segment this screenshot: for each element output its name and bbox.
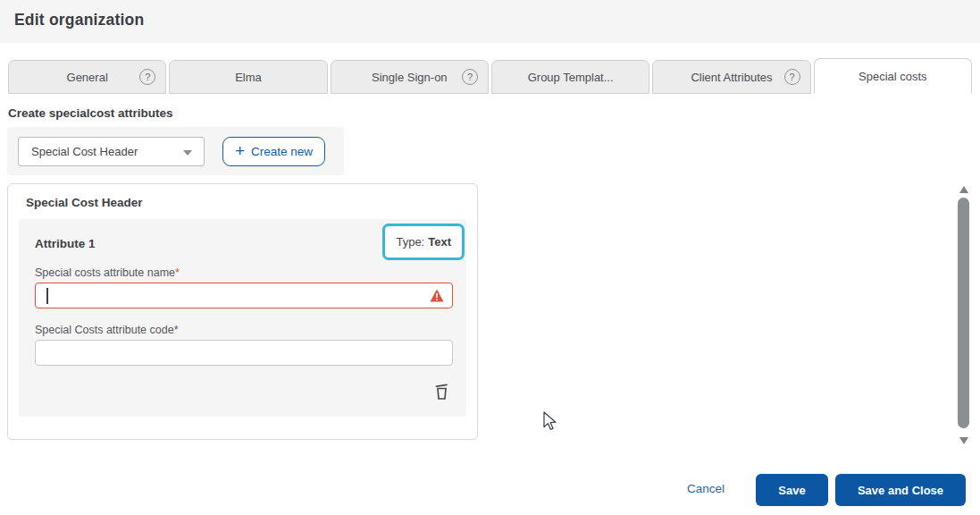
save-button[interactable]: Save	[756, 474, 828, 506]
required-asterisk: *	[175, 266, 180, 279]
tab-elma[interactable]: Elma ?	[169, 60, 327, 94]
special-cost-type-dropdown[interactable]: Special Cost Header	[18, 137, 205, 166]
create-new-button[interactable]: + Create new	[222, 137, 325, 166]
tab-group-templates[interactable]: Group Templat... ?	[491, 60, 649, 94]
tab-label: General	[67, 71, 108, 84]
tab-bar: General ? Elma ? Single Sign-on ? Group …	[8, 58, 972, 94]
tab-special-costs[interactable]: Special costs ?	[814, 58, 972, 94]
tab-client-attributes[interactable]: Client Attributes ?	[652, 60, 810, 94]
warning-icon	[430, 289, 444, 302]
page-title: Edit organization	[14, 11, 144, 30]
section-heading: Create specialcost attributes	[8, 106, 173, 120]
create-new-label: Create new	[251, 145, 313, 158]
scrollbar-thumb[interactable]	[958, 198, 969, 428]
scroll-down-arrow[interactable]	[959, 437, 968, 444]
help-icon[interactable]: ?	[462, 69, 478, 85]
tab-label: Group Templat...	[528, 71, 614, 84]
save-and-close-button[interactable]: Save and Close	[835, 474, 966, 506]
type-label: Type:	[396, 235, 424, 249]
mouse-cursor	[543, 411, 559, 433]
required-asterisk: *	[174, 324, 179, 336]
attribute-name: Attribute 1	[35, 237, 96, 250]
tab-single-sign-on[interactable]: Single Sign-on ?	[331, 60, 489, 94]
scroll-up-arrow[interactable]	[959, 186, 968, 193]
dropdown-selected-value: Special Cost Header	[19, 145, 138, 158]
card-title: Special Cost Header	[26, 196, 143, 209]
tab-label: Special costs	[859, 70, 927, 83]
tab-label: Client Attributes	[691, 71, 772, 84]
text-caret	[46, 288, 48, 304]
plus-icon: +	[235, 142, 245, 159]
attribute-code-field-label: Special Costs attribute code*	[35, 324, 179, 336]
attribute-panel: Attribute 1 Type: Text Special costs att…	[19, 219, 466, 417]
help-icon[interactable]: ?	[139, 69, 155, 85]
special-cost-header-card: Special Cost Header Attribute 1 Type: Te…	[7, 183, 478, 440]
attribute-toolbar: Special Cost Header + Create new	[7, 127, 344, 175]
tab-general[interactable]: General ?	[8, 60, 166, 94]
type-value: Text	[428, 235, 451, 249]
trash-icon	[433, 382, 450, 401]
delete-attribute-button[interactable]	[429, 378, 454, 403]
chevron-down-icon	[183, 150, 192, 156]
edit-organization-dialog: Edit organization General ? Elma ? Singl…	[0, 0, 980, 515]
attribute-code-input[interactable]	[35, 340, 453, 366]
dialog-header: Edit organization	[0, 0, 980, 43]
tab-label: Elma	[235, 71, 262, 84]
attribute-name-input[interactable]	[35, 283, 453, 308]
cancel-button[interactable]: Cancel	[687, 482, 725, 495]
attribute-name-field-label: Special costs attribute name*	[35, 266, 180, 279]
tab-label: Single Sign-on	[372, 71, 448, 84]
help-icon[interactable]: ?	[784, 69, 800, 85]
vertical-scrollbar	[957, 182, 972, 448]
attribute-type-badge[interactable]: Type: Text	[382, 224, 465, 260]
